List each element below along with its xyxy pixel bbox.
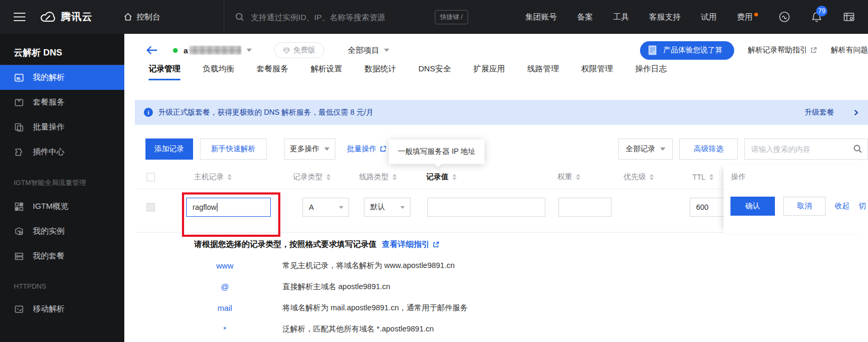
feedback-button[interactable]: 产品体验您说了算: [640, 41, 734, 60]
sort-icon[interactable]: [392, 174, 397, 180]
help-example-row: mail 将域名解析为 mail.apostle9891.cn，通常用于邮件服务: [194, 303, 868, 313]
example-host-link[interactable]: mail: [204, 303, 246, 312]
record-filter-select[interactable]: 全部记录: [618, 138, 673, 160]
help-guide-link[interactable]: 解析记录帮助指引: [748, 45, 817, 55]
detail-guide-link[interactable]: 查看详细指引: [382, 239, 440, 249]
tab-plan-service[interactable]: 套餐服务: [257, 64, 288, 80]
external-link-icon: [432, 241, 440, 248]
sort-icon[interactable]: [326, 174, 331, 180]
tab-dns-security[interactable]: DNS安全: [418, 64, 451, 80]
nav-trial[interactable]: 试用: [701, 12, 717, 22]
record-type-select[interactable]: A: [303, 198, 349, 217]
package-icon: [14, 97, 24, 108]
menu-icon[interactable]: [0, 13, 37, 21]
sidebar-item-mobile-dns[interactable]: 移动解析: [0, 297, 124, 321]
brand-logo[interactable]: 腾讯云: [40, 10, 93, 24]
search-icon[interactable]: [853, 144, 862, 153]
example-host-link[interactable]: www: [204, 261, 246, 270]
tab-extensions[interactable]: 扩展应用: [473, 64, 505, 80]
help-example-row: @ 直接解析主域名 apostle9891.cn: [194, 282, 868, 292]
tab-record-management[interactable]: 记录管理: [149, 64, 180, 80]
add-record-button[interactable]: 添加记录: [145, 138, 193, 160]
advanced-filter-button[interactable]: 高级筛选: [679, 138, 738, 160]
sort-icon[interactable]: [650, 174, 654, 180]
banner-text: 升级正式版套餐，获得更极致的 DNS 解析服务，最低仅需 8 元/月: [158, 108, 373, 117]
sidebar-item-igtm-overview[interactable]: IGTM概览: [0, 194, 124, 219]
project-filter[interactable]: 全部项目: [348, 45, 389, 56]
select-all-checkbox[interactable]: [147, 173, 155, 181]
domain-selector[interactable]: a: [184, 46, 241, 55]
chevron-right-icon[interactable]: [852, 109, 860, 116]
tab-line-management[interactable]: 线路管理: [527, 64, 559, 80]
tooltip: 一般填写服务器 IP 地址: [389, 140, 485, 164]
col-value[interactable]: 记录值: [418, 172, 550, 182]
sidebar-item-my-dns[interactable]: w. 我的解析: [0, 65, 124, 90]
col-priority[interactable]: 优先级: [616, 172, 682, 182]
plan-badge: 免费版: [274, 42, 324, 58]
chevron-down-icon: [324, 147, 330, 151]
sort-icon[interactable]: [709, 174, 714, 180]
col-weight[interactable]: 权重: [550, 172, 616, 182]
sidebar-section-httpdns: HTTPDNS: [0, 282, 124, 290]
batch-ops-link[interactable]: 批量操作: [347, 144, 387, 154]
tab-operation-log[interactable]: 操作日志: [635, 64, 667, 80]
assistant-icon[interactable]: [778, 11, 791, 23]
nav-tools[interactable]: 工具: [613, 12, 629, 22]
sidebar-item-batch-ops[interactable]: 批量操作: [0, 115, 124, 140]
line-type-select[interactable]: 默认: [364, 198, 410, 217]
sidebar-item-my-instances[interactable]: 我的实例: [0, 219, 124, 244]
nav-icp[interactable]: 备案: [577, 12, 593, 22]
ttl-input[interactable]: [690, 198, 728, 217]
chevron-down-icon[interactable]: [246, 49, 252, 52]
tab-load-balancing[interactable]: 负载均衡: [203, 64, 234, 80]
sort-icon[interactable]: [227, 174, 232, 180]
switch-link-clipped[interactable]: 切: [858, 201, 866, 211]
tab-statistics[interactable]: 数据统计: [364, 64, 396, 80]
nav-fee[interactable]: 费用: [737, 12, 758, 22]
sidebar-item-plugin-center[interactable]: 插件中心: [0, 140, 124, 164]
survey-icon: [647, 44, 658, 56]
chevron-down-icon: [400, 206, 405, 209]
tab-dns-settings[interactable]: 解析设置: [310, 64, 342, 80]
plan-list-icon: [14, 251, 24, 262]
nav-support[interactable]: 客服支持: [649, 12, 681, 22]
col-type[interactable]: 记录类型: [286, 172, 352, 182]
collapse-link[interactable]: 收起: [835, 201, 849, 211]
issue-link[interactable]: 解析有问题: [831, 45, 868, 55]
record-search-input[interactable]: [744, 138, 868, 160]
upgrade-plan-link[interactable]: 升级套餐: [805, 108, 834, 117]
fee-dot: [754, 13, 758, 16]
operation-sticky-column: 操作 确认 取消 收起 切: [724, 165, 868, 233]
notifications-bell-icon[interactable]: 79: [811, 11, 823, 23]
sort-icon[interactable]: [452, 174, 456, 180]
example-host-link[interactable]: @: [204, 282, 246, 291]
back-arrow-icon[interactable]: [145, 45, 158, 56]
sidebar-item-my-plan[interactable]: 我的套餐: [0, 244, 124, 269]
row-checkbox[interactable]: [147, 203, 155, 211]
instance-cube-icon: [14, 226, 24, 237]
mobile-dns-icon: [14, 304, 24, 315]
help-title: 请根据您选择的记录类型，按照格式要求填写记录值: [194, 239, 377, 249]
cancel-button[interactable]: 取消: [783, 197, 826, 216]
page-head: a 免费版 全部项目 产品体验您说了算: [124, 41, 868, 60]
chevron-down-icon: [339, 206, 343, 209]
tab-permissions[interactable]: 权限管理: [581, 64, 613, 80]
more-actions-button[interactable]: 更多操作: [284, 138, 335, 160]
console-settings-icon[interactable]: [843, 11, 855, 23]
main-content: a 免费版 全部项目 产品体验您说了算: [124, 34, 868, 342]
example-host-link[interactable]: *: [204, 325, 246, 334]
console-link[interactable]: 控制台: [123, 12, 160, 22]
col-host[interactable]: 主机记录: [167, 172, 286, 182]
nav-org-account[interactable]: 集团账号: [525, 12, 557, 22]
host-record-input[interactable]: ragflow: [186, 198, 271, 217]
global-search-input[interactable]: [251, 13, 409, 22]
sort-icon[interactable]: [576, 174, 580, 180]
confirm-button[interactable]: 确认: [730, 197, 775, 216]
plugin-puzzle-icon: [14, 147, 24, 158]
weight-input[interactable]: [559, 198, 611, 217]
col-line[interactable]: 线路类型: [352, 172, 418, 182]
record-value-input[interactable]: [427, 198, 545, 217]
sidebar-item-plan-service[interactable]: 套餐服务: [0, 90, 124, 115]
global-search[interactable]: 快捷键 /: [235, 10, 468, 24]
quick-setup-button[interactable]: 新手快速解析: [200, 138, 267, 160]
